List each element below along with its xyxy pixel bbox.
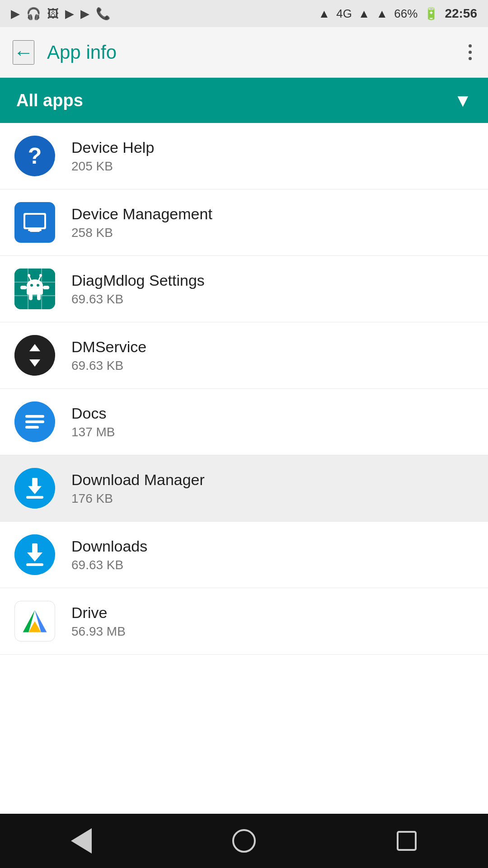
status-left-icons: ▶ 🎧 🖼 ▶ ▶ 📞 bbox=[11, 7, 110, 21]
app-name: Drive bbox=[71, 604, 126, 622]
battery-icon: 🔋 bbox=[424, 7, 438, 21]
app-info-download-manager: Download Manager 176 KB bbox=[71, 471, 205, 506]
app-name: DMService bbox=[71, 338, 146, 356]
app-size: 69.63 KB bbox=[71, 359, 146, 373]
svg-rect-19 bbox=[20, 286, 27, 289]
signal2-icon: ▲ bbox=[376, 7, 388, 21]
nav-recent-button[interactable] bbox=[384, 818, 429, 863]
app-size: 137 MB bbox=[71, 425, 115, 439]
chevron-down-icon: ▼ bbox=[454, 90, 472, 111]
status-bar: ▶ 🎧 🖼 ▶ ▶ 📞 ▲ 4G ▲ ▲ 66% 🔋 22:56 bbox=[0, 0, 488, 27]
app-info-downloads: Downloads 69.63 KB bbox=[71, 538, 147, 572]
time-label: 22:56 bbox=[445, 6, 477, 21]
drive-icon bbox=[14, 601, 55, 642]
svg-point-15 bbox=[30, 284, 33, 287]
app-name: Device Management bbox=[71, 205, 212, 223]
svg-rect-10 bbox=[27, 286, 43, 295]
recent-apps-icon bbox=[397, 831, 417, 851]
image-icon: 🖼 bbox=[47, 7, 59, 21]
back-icon bbox=[71, 828, 92, 854]
app-info-diagmdlog: DiagMdlog Settings 69.63 KB bbox=[71, 272, 205, 307]
list-item[interactable]: Device Management 258 KB bbox=[0, 189, 488, 256]
svg-rect-35 bbox=[26, 563, 43, 566]
svg-point-16 bbox=[37, 284, 39, 287]
app-name: Docs bbox=[71, 405, 115, 422]
device-help-icon bbox=[14, 136, 55, 176]
app-name: Downloads bbox=[71, 538, 147, 555]
list-item[interactable]: Device Help 205 KB bbox=[0, 123, 488, 189]
app-size: 69.63 KB bbox=[71, 558, 147, 572]
svg-point-13 bbox=[28, 274, 30, 277]
list-item[interactable]: Docs 137 MB bbox=[0, 389, 488, 455]
nav-home-button[interactable] bbox=[221, 818, 267, 863]
dmservice-icon bbox=[14, 335, 55, 376]
device-management-icon bbox=[14, 202, 55, 243]
docs-icon bbox=[14, 401, 55, 442]
youtube2-icon: ▶ bbox=[80, 7, 89, 21]
svg-rect-20 bbox=[43, 286, 49, 289]
svg-rect-17 bbox=[29, 294, 33, 300]
svg-rect-26 bbox=[25, 420, 44, 423]
svg-rect-31 bbox=[26, 496, 43, 499]
app-name: Download Manager bbox=[71, 471, 205, 489]
headset-icon: 🎧 bbox=[26, 7, 41, 21]
downloads-icon bbox=[14, 534, 55, 575]
page-title: App info bbox=[47, 42, 465, 63]
svg-rect-30 bbox=[32, 478, 38, 487]
battery-label: 66% bbox=[394, 7, 418, 21]
svg-rect-25 bbox=[25, 415, 44, 418]
app-size: 258 KB bbox=[71, 226, 212, 240]
back-button[interactable]: ← bbox=[13, 40, 34, 65]
list-item[interactable]: DMService 69.63 KB bbox=[0, 322, 488, 389]
app-size: 205 KB bbox=[71, 159, 154, 174]
svg-rect-18 bbox=[37, 294, 41, 300]
svg-rect-27 bbox=[25, 426, 39, 429]
app-info-device-help: Device Help 205 KB bbox=[71, 139, 154, 174]
list-item[interactable]: Downloads 69.63 KB bbox=[0, 522, 488, 588]
app-list: Device Help 205 KB Device Management 258… bbox=[0, 123, 488, 814]
nav-back-button[interactable] bbox=[59, 818, 104, 863]
svg-point-21 bbox=[14, 335, 55, 376]
app-name: DiagMdlog Settings bbox=[71, 272, 205, 289]
app-size: 176 KB bbox=[71, 491, 205, 506]
svg-rect-1 bbox=[25, 215, 44, 227]
svg-rect-3 bbox=[28, 229, 42, 231]
dot2 bbox=[469, 51, 472, 54]
status-right-icons: ▲ 4G ▲ ▲ 66% 🔋 22:56 bbox=[318, 6, 477, 21]
filter-bar[interactable]: All apps ▼ bbox=[0, 78, 488, 123]
app-name: Device Help bbox=[71, 139, 154, 156]
more-options-button[interactable] bbox=[465, 41, 475, 64]
download-manager-icon bbox=[14, 468, 55, 509]
app-bar: ← App info bbox=[0, 27, 488, 78]
svg-rect-34 bbox=[32, 543, 38, 553]
dot1 bbox=[469, 44, 472, 47]
dot3 bbox=[469, 57, 472, 60]
bluetooth-icon: ▲ bbox=[318, 7, 330, 21]
play-icon: ▶ bbox=[11, 7, 20, 21]
phone-icon: 📞 bbox=[96, 7, 110, 21]
list-item[interactable]: DiagMdlog Settings 69.63 KB bbox=[0, 256, 488, 322]
app-info-drive: Drive 56.93 MB bbox=[71, 604, 126, 639]
navigation-bar bbox=[0, 814, 488, 868]
home-icon bbox=[232, 829, 256, 853]
list-item[interactable]: Download Manager 176 KB bbox=[0, 455, 488, 522]
network-label: 4G bbox=[336, 7, 352, 21]
app-info-dmservice: DMService 69.63 KB bbox=[71, 338, 146, 373]
signal-icon: ▲ bbox=[358, 7, 370, 21]
filter-label: All apps bbox=[16, 91, 454, 110]
app-info-device-management: Device Management 258 KB bbox=[71, 205, 212, 240]
app-size: 56.93 MB bbox=[71, 624, 126, 639]
app-size: 69.63 KB bbox=[71, 292, 205, 307]
list-item[interactable]: Drive 56.93 MB bbox=[0, 588, 488, 655]
diagmdlog-icon bbox=[14, 269, 55, 309]
app-info-docs: Docs 137 MB bbox=[71, 405, 115, 439]
svg-point-14 bbox=[39, 274, 42, 277]
youtube-icon: ▶ bbox=[65, 7, 74, 21]
